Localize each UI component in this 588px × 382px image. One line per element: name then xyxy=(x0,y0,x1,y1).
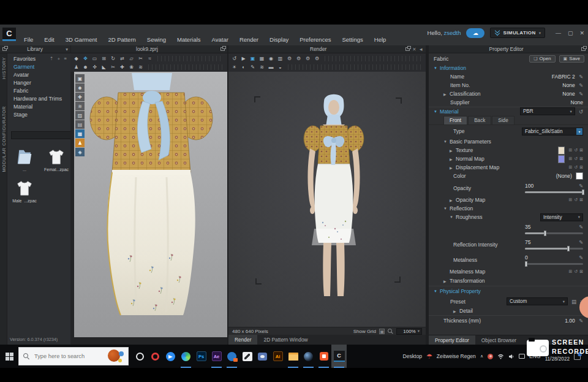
wind-icon[interactable]: ≋ xyxy=(136,63,145,71)
library-item-fabric[interactable]: Fabric xyxy=(7,86,70,94)
library-item-avatar[interactable]: Avatar xyxy=(7,71,70,78)
garment-3d[interactable] xyxy=(78,73,225,330)
map-reset-icon[interactable]: ↺ xyxy=(574,156,578,161)
history-tab[interactable]: HISTORY xyxy=(1,57,7,79)
tab-object-browser[interactable]: Object Browser xyxy=(475,335,522,345)
simulation-button[interactable]: SIMULATION ▾ xyxy=(490,28,545,38)
edit-icon[interactable]: ✎ xyxy=(579,74,583,80)
menu-render[interactable]: Render xyxy=(234,34,264,45)
cloud-sync-button[interactable]: ☁ xyxy=(466,28,484,38)
edit-sewing-icon[interactable]: ✂ xyxy=(136,55,145,62)
library-search-input[interactable]: ▾ xyxy=(11,131,70,139)
pattern-outline-icon[interactable]: ▱ xyxy=(127,55,136,62)
roughness-slider[interactable] xyxy=(525,232,583,234)
float-icon[interactable] xyxy=(405,47,410,51)
library-folder-item[interactable]: ... xyxy=(13,148,36,172)
environment-icon[interactable]: ◐ xyxy=(239,63,248,71)
app-logo[interactable]: C xyxy=(2,28,16,41)
tab-front[interactable]: Front xyxy=(443,116,467,124)
video-settings-icon[interactable]: ⚙ xyxy=(303,55,312,62)
map-delete-icon[interactable]: ⊠ xyxy=(579,148,583,153)
select-move-icon[interactable]: ✥ xyxy=(81,55,90,62)
list-icon[interactable]: ≡ xyxy=(64,56,67,62)
metalness-slider[interactable] xyxy=(525,263,583,265)
map-expand-icon[interactable]: ⊞ xyxy=(568,148,572,153)
row-metalness-map[interactable]: Metalness Map ⊞↺⊠ xyxy=(429,267,588,276)
quality-settings-icon[interactable]: ⚙ xyxy=(312,55,322,62)
edit-icon[interactable]: ✎ xyxy=(579,183,583,189)
library-item-favorites[interactable]: Favorites ⇡ ＋ ≡ xyxy=(7,55,70,63)
menu-materials[interactable]: Materials xyxy=(172,34,206,45)
paint-icon[interactable]: ✎ xyxy=(248,63,257,71)
reflection-intensity-slider[interactable] xyxy=(525,248,583,250)
opacity-slider[interactable] xyxy=(525,191,583,193)
edit-icon[interactable]: ✎ xyxy=(579,254,583,261)
row-roughness[interactable]: ▼ Roughness Intensity▾ xyxy=(429,213,588,221)
section-transformation[interactable]: ▶ Transformation xyxy=(429,276,588,286)
fold-arrangement-icon[interactable]: ◣ xyxy=(99,63,108,71)
taskbar-app-after-effects[interactable]: Ae xyxy=(209,345,224,368)
library-garment-item-male[interactable]: Male_...zpac xyxy=(13,179,36,203)
network-icon[interactable] xyxy=(497,354,504,359)
taskbar-app-opera[interactable] xyxy=(148,345,163,368)
final-render-icon[interactable]: ▶ xyxy=(239,55,248,62)
menu-3d-garment[interactable]: 3D Garment xyxy=(60,34,103,45)
taskbar-app-ring[interactable] xyxy=(132,345,148,368)
restore-button[interactable]: ▢ xyxy=(568,30,573,36)
add-icon[interactable]: ＋ xyxy=(56,56,61,62)
row-normal-map[interactable]: ▶ Normal Map ⊞↺⊠ xyxy=(429,155,588,163)
taskbar-app-illustrator[interactable]: Ai xyxy=(270,345,285,368)
library-garment-item-female[interactable]: Femal...zpac xyxy=(45,148,67,172)
scene-tab[interactable]: look9.zprj xyxy=(71,45,227,53)
touch-keyboard-icon[interactable] xyxy=(519,354,525,359)
minimize-button[interactable]: — xyxy=(556,30,561,36)
image-settings-icon[interactable]: ⚙ xyxy=(294,55,303,62)
taskbar-app-photoshop[interactable]: Ps xyxy=(194,345,209,368)
taskbar-app-messenger[interactable] xyxy=(163,345,178,368)
taskbar-app-file-explorer[interactable] xyxy=(285,345,301,368)
open-button[interactable]: ❏Open xyxy=(529,55,555,63)
close-button[interactable]: ✕ xyxy=(579,30,584,36)
map-expand-icon[interactable]: ⊞ xyxy=(568,156,572,161)
row-texture[interactable]: ▶ Texture ⊞↺⊠ xyxy=(429,146,588,155)
edit-icon[interactable]: ✎ xyxy=(579,224,583,230)
render-panel-header[interactable]: Render ✕ ◄ xyxy=(228,45,426,53)
press-icon[interactable]: ❀ xyxy=(127,63,136,71)
float-icon[interactable] xyxy=(221,47,225,51)
property-editor-header[interactable]: Property Editor xyxy=(429,45,588,53)
library-item-hardware-and-trims[interactable]: Hardware and Trims xyxy=(7,94,70,102)
tab-side[interactable]: Side xyxy=(492,116,514,124)
pin-icon[interactable]: ✜ xyxy=(90,63,99,71)
taskbar-app-zbrush[interactable] xyxy=(239,345,255,368)
row-displacement-map[interactable]: ▶ Displacement Map ⊞↺⊠ xyxy=(429,163,588,172)
map-reset-icon[interactable]: ↺ xyxy=(574,197,578,202)
save-image-icon[interactable]: ▦ xyxy=(257,55,266,62)
menu-display[interactable]: Display xyxy=(264,34,294,45)
library-panel-header[interactable]: Library ▾ xyxy=(0,45,70,53)
tack-icon[interactable]: ✚ xyxy=(118,63,127,71)
viewport-3d-canvas[interactable]: ▣☻✚≋▨▤▦♟◈ xyxy=(74,72,227,337)
edit-icon[interactable]: ✎ xyxy=(579,318,583,324)
row-classification[interactable]: ▶ Classification None✎ xyxy=(429,90,588,98)
tab-property-editor[interactable]: Property Editor xyxy=(429,335,475,345)
chevron-down-icon[interactable]: ▾ xyxy=(66,47,68,52)
tab-render[interactable]: Render xyxy=(228,335,257,345)
sync-render-icon[interactable]: ↺ xyxy=(230,55,239,62)
preset-select[interactable]: Custom▾ xyxy=(507,297,568,305)
edit-icon[interactable]: ✎ xyxy=(579,82,583,88)
modular-configurator-tab[interactable]: MODULAR CONFIGURATOR xyxy=(1,106,7,172)
pattern-translate-icon[interactable]: ⊞ xyxy=(99,55,108,62)
pattern-rotate-icon[interactable]: ↻ xyxy=(108,55,118,62)
edit-icon[interactable]: ✎ xyxy=(579,91,583,97)
library-search-field[interactable] xyxy=(13,130,70,140)
section-information[interactable]: ▼ Information xyxy=(429,64,588,72)
desktop-peek[interactable]: Desktop xyxy=(402,353,422,359)
collapse-left-icon[interactable]: ◄ xyxy=(419,47,423,52)
save-button[interactable]: ▣Save xyxy=(559,55,584,63)
section-reflection[interactable]: ▼ Reflection xyxy=(429,204,588,213)
texture-swatch[interactable] xyxy=(558,147,565,155)
avatar-arrange-icon[interactable]: ☻ xyxy=(81,63,90,71)
map-delete-icon[interactable]: ⊠ xyxy=(579,269,583,274)
normal-map-swatch[interactable] xyxy=(558,155,565,163)
weather-label[interactable]: Zeitweise Regen xyxy=(437,353,476,359)
